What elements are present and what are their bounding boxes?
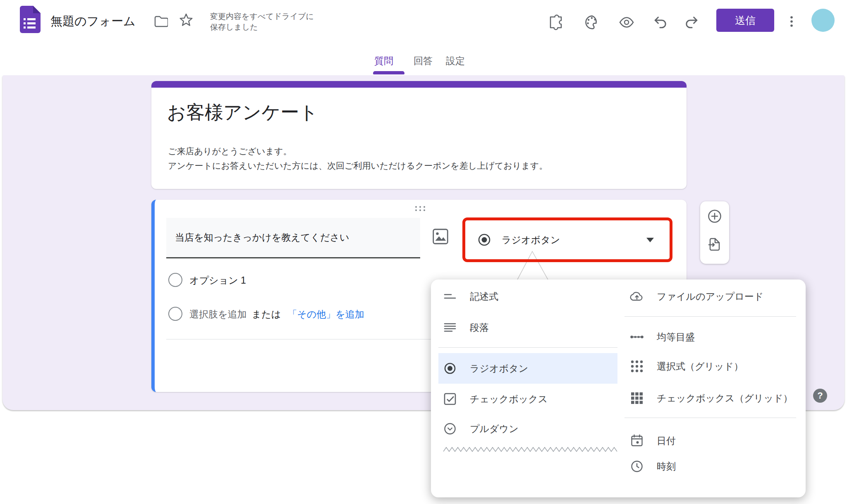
tab-questions[interactable]: 質問 [374, 55, 393, 67]
multiple-choice-grid-icon [629, 359, 644, 374]
redo-icon[interactable] [683, 14, 700, 31]
theme-color-strip [151, 81, 687, 88]
date-icon [629, 433, 644, 448]
form-title-text[interactable]: お客様アンケート [167, 100, 318, 125]
form-title-card[interactable]: お客様アンケート ご来店ありがとうございます。 アンケートにお答えいただいた方に… [151, 81, 687, 189]
add-image-icon[interactable] [431, 227, 450, 246]
menu-item-time[interactable]: 時刻 [629, 454, 803, 479]
menu-truncation-zigzag [443, 447, 618, 452]
add-option-text[interactable]: 選択肢を追加 [189, 309, 247, 320]
save-status-line1: 変更内容をすべてドライブに [210, 11, 314, 22]
add-option-row: 選択肢を追加または「その他」を追加 [189, 308, 364, 321]
radio-icon [443, 361, 457, 376]
forms-logo-icon[interactable] [18, 6, 41, 33]
import-questions-icon[interactable] [706, 236, 723, 253]
linear-scale-icon [629, 330, 644, 344]
menu-item-checkbox[interactable]: チェックボックス [443, 384, 624, 414]
menu-divider [438, 347, 617, 348]
menu-item-checkbox-grid[interactable]: チェックボックス（グリッド） [629, 386, 803, 411]
menu-item-linear-scale[interactable]: 均等目盛 [629, 325, 803, 349]
add-question-icon[interactable] [706, 208, 723, 225]
drag-handle[interactable] [414, 205, 427, 212]
question-text: 当店を知ったきっかけを教えてください [175, 231, 349, 244]
question-type-select[interactable]: ラジオボタン [465, 220, 670, 259]
paragraph-icon [443, 320, 457, 335]
add-ons-icon[interactable] [547, 13, 565, 31]
form-description-line2: アンケートにお答えいただいた方には、次回ご利用いただけるクーポンを差し上げており… [168, 158, 548, 173]
question-type-label: ラジオボタン [502, 234, 560, 246]
tab-settings[interactable]: 設定 [446, 55, 465, 67]
move-folder-icon[interactable] [153, 14, 168, 29]
menu-item-dropdown[interactable]: プルダウン [443, 413, 624, 444]
menu-item-date[interactable]: 日付 [629, 428, 803, 453]
time-icon [629, 459, 644, 474]
help-button[interactable]: ? [813, 389, 827, 403]
menu-divider [624, 316, 796, 317]
or-text: または [252, 309, 281, 320]
dropdown-icon [443, 421, 457, 436]
checkbox-icon [443, 392, 457, 406]
menu-item-file-upload[interactable]: ファイルのアップロード [629, 284, 803, 309]
checkbox-grid-icon [629, 391, 644, 406]
active-tab-indicator [373, 71, 404, 74]
theme-palette-icon[interactable] [583, 13, 601, 31]
menu-item-short-answer[interactable]: 記述式 [443, 281, 624, 312]
google-forms-editor: 無題のフォーム 変更内容をすべてドライブに 保存しました [0, 0, 847, 504]
short-answer-icon [443, 289, 457, 304]
save-status: 変更内容をすべてドライブに 保存しました [210, 11, 314, 33]
annotation-red-box: ラジオボタン [462, 217, 672, 262]
form-description-line1: ご来店ありがとうございます。 [168, 144, 548, 158]
more-options-icon[interactable] [784, 13, 799, 30]
menu-item-radio-selected[interactable]: ラジオボタン [438, 353, 617, 384]
menu-item-paragraph[interactable]: 段落 [443, 312, 624, 343]
undo-icon[interactable] [652, 14, 669, 31]
save-status-line2: 保存しました [210, 22, 314, 33]
file-upload-icon [629, 289, 644, 304]
option1-radio[interactable] [168, 273, 182, 287]
star-icon[interactable] [178, 12, 194, 29]
floating-toolbar [700, 201, 729, 264]
menu-item-multiple-choice-grid[interactable]: 選択式（グリッド） [629, 354, 803, 379]
add-other-link[interactable]: 「その他」を追加 [287, 309, 364, 320]
avatar[interactable] [811, 9, 835, 32]
preview-eye-icon[interactable] [617, 14, 636, 31]
chevron-down-icon [646, 238, 654, 242]
send-button[interactable]: 送信 [716, 9, 774, 32]
tab-responses[interactable]: 回答 [414, 55, 433, 67]
radio-icon [477, 232, 492, 247]
menu-divider [624, 418, 796, 418]
add-option-radio[interactable] [168, 307, 182, 321]
question-text-input[interactable]: 当店を知ったきっかけを教えてください [166, 218, 420, 258]
form-title-field[interactable]: 無題のフォーム [50, 13, 136, 30]
question-type-menu: 記述式 段落 ラジオボタン [431, 279, 806, 497]
option1-label[interactable]: オプション 1 [189, 274, 246, 287]
form-description[interactable]: ご来店ありがとうございます。 アンケートにお答えいただいた方には、次回ご利用いた… [168, 144, 548, 173]
